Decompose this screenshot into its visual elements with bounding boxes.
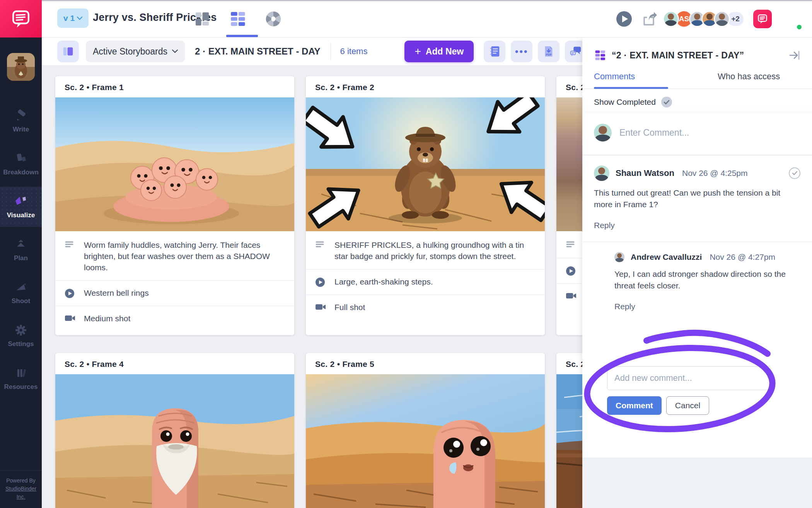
storyboard-card-frame-4[interactable]: Sc. 2 • Frame 4 bbox=[55, 353, 294, 508]
grid-view-button[interactable] bbox=[229, 10, 247, 28]
collaborator-avatar[interactable] bbox=[663, 11, 679, 27]
frame-audio: Western bell rings bbox=[84, 288, 149, 299]
more-options-button[interactable]: ••• bbox=[511, 41, 532, 62]
view-switcher bbox=[193, 0, 282, 38]
tab-who-has-access[interactable]: Who has access bbox=[686, 72, 812, 89]
frame-description: SHERIFF PRICKLES, a hulking groundhog wi… bbox=[334, 240, 536, 262]
storyboard-card-frame-2[interactable]: Sc. 2 • Frame 2 bbox=[306, 76, 545, 335]
show-completed-label: Show Completed bbox=[594, 97, 656, 107]
current-user-avatar[interactable] bbox=[780, 8, 802, 30]
shoot-icon bbox=[14, 280, 28, 294]
new-comment-input[interactable] bbox=[607, 366, 771, 390]
frame-audio-row[interactable]: Large, earth-shaking steps. bbox=[306, 269, 545, 295]
reply-link[interactable]: Reply bbox=[614, 302, 635, 311]
description-icon bbox=[315, 240, 328, 249]
version-dropdown[interactable]: v 1 bbox=[57, 9, 89, 28]
show-completed-row[interactable]: Show Completed bbox=[582, 89, 812, 114]
audio-play-icon[interactable] bbox=[566, 265, 578, 276]
commenter-avatar[interactable] bbox=[614, 252, 624, 262]
card-title: Sc. 2 • Frame 1 bbox=[65, 83, 124, 92]
collaborator-avatars[interactable]: AS +2 bbox=[667, 10, 745, 28]
frame-5-image[interactable] bbox=[306, 374, 545, 508]
sidebar-item-settings[interactable]: Settings bbox=[0, 315, 42, 356]
enter-comment-row[interactable] bbox=[582, 114, 812, 155]
left-sidebar: Write Breakdown Visualize bbox=[0, 38, 42, 508]
storyboard-card-frame-1[interactable]: Sc. 2 • Frame 1 bbox=[55, 76, 294, 335]
speech-bubble-icon bbox=[10, 8, 32, 30]
enter-comment-input[interactable] bbox=[619, 128, 800, 138]
studiobinder-chat-button[interactable] bbox=[753, 10, 772, 28]
frame-4-image[interactable] bbox=[55, 374, 294, 508]
sidebar-item-label: Visualize bbox=[7, 211, 35, 219]
version-label: v 1 bbox=[63, 14, 75, 23]
aperture-view-button[interactable] bbox=[264, 10, 282, 28]
sidebar-item-label: Settings bbox=[8, 340, 34, 348]
sidebar-item-label: Breakdown bbox=[3, 169, 39, 176]
commenter-name: Andrew Cavalluzzi bbox=[631, 252, 702, 262]
frame-2-image[interactable] bbox=[306, 97, 545, 231]
collapse-panel-button[interactable] bbox=[789, 50, 800, 60]
show-completed-check-icon[interactable] bbox=[661, 97, 672, 107]
grid-view-icon bbox=[229, 10, 247, 28]
frame-shot-row[interactable]: Full shot bbox=[306, 295, 545, 320]
mosaic-view-button[interactable] bbox=[193, 10, 211, 28]
visualize-icon bbox=[13, 194, 29, 208]
sidebar-item-plan[interactable]: Plan bbox=[0, 230, 42, 270]
frame-description: Worm family huddles, watching Jerry. The… bbox=[84, 240, 285, 273]
collapse-arrow-icon bbox=[789, 50, 800, 60]
panel-tabs: Comments Who has access bbox=[582, 72, 812, 89]
present-play-button[interactable] bbox=[616, 10, 633, 27]
grid-view-icon bbox=[594, 49, 606, 61]
collaborator-avatar[interactable] bbox=[714, 11, 730, 27]
sidebar-item-label: Plan bbox=[14, 254, 28, 262]
comment-timestamp: Nov 26 @ 4:27pm bbox=[710, 252, 775, 262]
chevron-down-icon bbox=[77, 17, 82, 20]
frame-description-row[interactable]: Worm family huddles, watching Jerry. The… bbox=[55, 233, 294, 280]
panel-title: “2 · EXT. MAIN STREET - DAY” bbox=[612, 50, 783, 61]
baby-worm-scene bbox=[306, 374, 545, 508]
tab-comments[interactable]: Comments bbox=[582, 72, 686, 89]
shot-list-button[interactable] bbox=[484, 41, 505, 62]
frame-audio-row[interactable]: Western bell rings bbox=[55, 280, 294, 306]
sidebar-item-visualize[interactable]: Visualize bbox=[0, 187, 42, 227]
resolve-comment-button[interactable] bbox=[789, 167, 800, 179]
frame-1-image[interactable] bbox=[55, 97, 294, 231]
storyboard-card-frame-5[interactable]: Sc. 2 • Frame 5 bbox=[306, 353, 545, 508]
audio-play-icon[interactable] bbox=[65, 288, 77, 298]
frame-description-row[interactable]: SHERIFF PRICKLES, a hulking groundhog wi… bbox=[306, 233, 545, 269]
download-pdf-button[interactable]: PDF bbox=[538, 41, 560, 62]
chat-bubbles-icon bbox=[569, 45, 582, 58]
submit-comment-button[interactable]: Comment bbox=[607, 396, 662, 415]
toggle-sidebar-panel-button[interactable] bbox=[57, 41, 79, 62]
share-button[interactable] bbox=[641, 10, 658, 27]
sidebar-item-breakdown[interactable]: Breakdown bbox=[0, 144, 42, 184]
description-icon bbox=[65, 240, 77, 249]
reply-link[interactable]: Reply bbox=[594, 221, 615, 230]
sidebar-item-write[interactable]: Write bbox=[0, 101, 42, 141]
sidebar-item-shoot[interactable]: Shoot bbox=[0, 273, 42, 313]
storyboards-dropdown[interactable]: Active Storyboards bbox=[86, 41, 185, 62]
camera-icon bbox=[566, 291, 578, 300]
pen-icon bbox=[14, 109, 28, 123]
chat-bubble-icon bbox=[757, 13, 768, 25]
project-thumbnail-image bbox=[7, 53, 35, 81]
powered-by[interactable]: Powered By StudioBinder Inc. bbox=[0, 470, 42, 508]
add-new-button[interactable]: + Add New bbox=[404, 41, 474, 62]
commenter-avatar[interactable] bbox=[594, 165, 609, 181]
sidebar-item-resources[interactable]: Resources bbox=[0, 358, 42, 399]
sidebar-item-label: Resources bbox=[4, 383, 38, 391]
comment-body: This turned out great! Can we push the t… bbox=[594, 187, 800, 211]
plan-icon bbox=[14, 237, 28, 251]
current-user-avatar bbox=[594, 124, 612, 141]
card-title: Sc. 2 • Frame 4 bbox=[65, 360, 124, 368]
gear-icon bbox=[14, 323, 28, 337]
ellipsis-icon: ••• bbox=[515, 46, 528, 57]
audio-play-icon[interactable] bbox=[315, 276, 328, 287]
frame-shot: Full shot bbox=[334, 302, 365, 313]
studiobinder-logo[interactable] bbox=[0, 0, 42, 38]
project-thumbnail[interactable] bbox=[7, 53, 35, 81]
online-status-dot bbox=[796, 24, 803, 31]
cancel-comment-button[interactable]: Cancel bbox=[666, 396, 709, 415]
top-bar: v 1 Jerry vs. Sheriff Prickles bbox=[0, 0, 812, 38]
frame-shot-row[interactable]: Medium shot bbox=[55, 306, 294, 331]
